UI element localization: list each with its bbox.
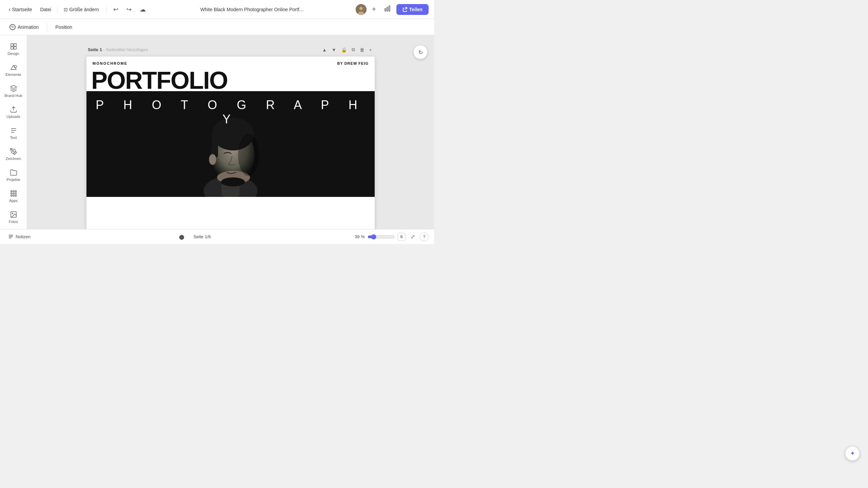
svg-rect-16 — [11, 193, 12, 194]
page1-header-row: MONOCHROME BY DREW FEIG — [86, 57, 375, 68]
sidebar-item-apps[interactable]: Apps — [2, 186, 25, 206]
cloud-button[interactable]: ☁ — [137, 4, 149, 15]
page1-container: Seite 1 - Seitentitel hinzufügen ▲ ▼ 🔒 ⧉… — [86, 45, 375, 229]
sidebar: Design Elemente Brand Hub Uploads Text — [0, 35, 27, 229]
separator-2 — [106, 5, 106, 14]
sidebar-item-zeichnen[interactable]: Zeichnen — [2, 144, 25, 164]
svg-point-1 — [359, 7, 363, 10]
svg-point-12 — [13, 150, 14, 152]
elemente-label: Elemente — [5, 73, 21, 77]
back-button[interactable]: ‹ Startseite — [5, 4, 35, 15]
resize-button[interactable]: ⊡ Größe ändern — [60, 5, 102, 14]
projekte-icon — [10, 169, 17, 176]
stats-button[interactable] — [381, 3, 394, 16]
share-button[interactable]: Teilen — [396, 4, 429, 15]
page1-title: Seite 1 - Seitentitel hinzufügen — [88, 47, 148, 52]
toolbar-right-section: + Teilen — [356, 3, 429, 16]
redo-icon: ↪ — [126, 6, 132, 13]
subtoolbar: ↻ Animation Position — [0, 19, 434, 35]
photos-icon — [10, 211, 17, 218]
svg-rect-21 — [15, 195, 16, 197]
nav-section: ‹ Startseite Datei ⊡ Größe ändern — [5, 4, 102, 15]
page1-header: Seite 1 - Seitentitel hinzufügen ▲ ▼ 🔒 ⧉… — [86, 45, 375, 54]
share-label: Teilen — [409, 7, 422, 12]
svg-rect-3 — [385, 8, 386, 11]
svg-rect-5 — [389, 6, 390, 11]
svg-rect-17 — [13, 193, 14, 194]
chevron-left-icon: ‹ — [9, 6, 11, 13]
separator-1 — [57, 5, 58, 14]
animation-label: Animation — [18, 24, 39, 30]
zeichnen-label: Zeichnen — [6, 157, 21, 161]
zoom-label: 39 % — [355, 234, 365, 239]
sidebar-item-projekte[interactable]: Projekte — [2, 165, 25, 185]
design-icon — [10, 43, 17, 50]
page1-canvas[interactable]: MONOCHROME BY DREW FEIG PORTFOLIO P H O … — [86, 57, 375, 229]
uploads-icon — [10, 106, 17, 113]
photo-band: P H O T O G R A P H Y — [86, 91, 375, 197]
user-avatar[interactable] — [356, 4, 367, 15]
notes-button[interactable]: Notizen — [5, 233, 33, 241]
apps-icon — [10, 190, 17, 197]
page1-down-button[interactable]: ▼ — [330, 46, 338, 54]
monochrome-text: MONOCHROME — [93, 61, 127, 65]
sidebar-item-fotos[interactable]: Fotos — [2, 207, 25, 227]
design-label: Design — [7, 52, 19, 56]
page1-up-button[interactable]: ▲ — [321, 46, 328, 54]
svg-rect-8 — [11, 47, 13, 49]
sidebar-item-brand-hub[interactable]: Brand Hub — [2, 81, 25, 101]
page-count-badge[interactable]: 6 — [397, 233, 406, 241]
cloud-icon: ☁ — [140, 6, 146, 13]
sidebar-item-text[interactable]: Text — [2, 123, 25, 143]
svg-rect-7 — [14, 44, 16, 46]
svg-rect-15 — [15, 191, 16, 192]
notes-icon — [8, 234, 14, 240]
resize-icon: ⊡ — [64, 7, 68, 12]
page1-add-button[interactable]: + — [368, 46, 373, 54]
svg-rect-19 — [11, 195, 12, 197]
svg-rect-13 — [11, 191, 12, 192]
expand-button[interactable]: ⤢ — [409, 232, 417, 241]
uploads-label: Uploads — [6, 115, 20, 119]
position-button[interactable]: Position — [53, 23, 75, 31]
resize-label: Größe ändern — [69, 7, 99, 12]
redo-button[interactable]: ↪ — [124, 4, 134, 15]
elements-icon — [10, 64, 17, 71]
document-title: White Black Modern Photographer Online P… — [151, 7, 353, 12]
subtoolbar-separator — [47, 23, 47, 31]
undo-icon: ↩ — [113, 6, 118, 13]
svg-rect-6 — [11, 44, 13, 46]
page1-delete-button[interactable]: 🗑 — [358, 46, 366, 54]
refresh-button[interactable]: ↻ — [414, 45, 427, 59]
help-button[interactable]: ? — [420, 232, 429, 241]
page1-lock-button[interactable]: 🔒 — [340, 46, 348, 54]
zoom-control: 39 % — [355, 234, 395, 240]
sidebar-item-design[interactable]: Design — [2, 39, 25, 59]
main-area: Design Elemente Brand Hub Uploads Text — [0, 35, 434, 229]
page1-controls: ▲ ▼ 🔒 ⧉ 🗑 + — [321, 45, 373, 54]
svg-rect-4 — [387, 7, 388, 11]
brand-hub-label: Brand Hub — [4, 94, 22, 98]
fotos-label: Fotos — [9, 220, 18, 224]
stats-icon — [384, 5, 391, 12]
title-text: White Black Modern Photographer Online P… — [200, 7, 304, 12]
sidebar-item-elemente[interactable]: Elemente — [2, 60, 25, 80]
animation-button[interactable]: ↻ Animation — [7, 23, 41, 32]
add-collaborator-button[interactable]: + — [369, 4, 379, 15]
bottom-right-controls: 39 % 6 ⤢ ? — [355, 232, 429, 241]
draw-icon — [10, 148, 17, 155]
home-label: Startseite — [12, 7, 32, 12]
svg-point-32 — [221, 177, 245, 186]
by-drew-text: BY DREW FEIG — [337, 61, 369, 65]
file-button[interactable]: Datei — [37, 5, 55, 14]
svg-rect-20 — [13, 195, 14, 197]
svg-point-30 — [209, 154, 216, 165]
sidebar-item-uploads[interactable]: Uploads — [2, 102, 25, 122]
animation-icon: ↻ — [9, 24, 16, 30]
page-nav-center-button[interactable]: ⬤ — [177, 233, 186, 241]
zoom-slider[interactable] — [368, 234, 395, 240]
page1-copy-button[interactable]: ⧉ — [350, 45, 356, 54]
page1-label: Seite 1 — [88, 47, 102, 52]
undo-button[interactable]: ↩ — [111, 4, 121, 15]
apps-label: Apps — [9, 199, 18, 203]
